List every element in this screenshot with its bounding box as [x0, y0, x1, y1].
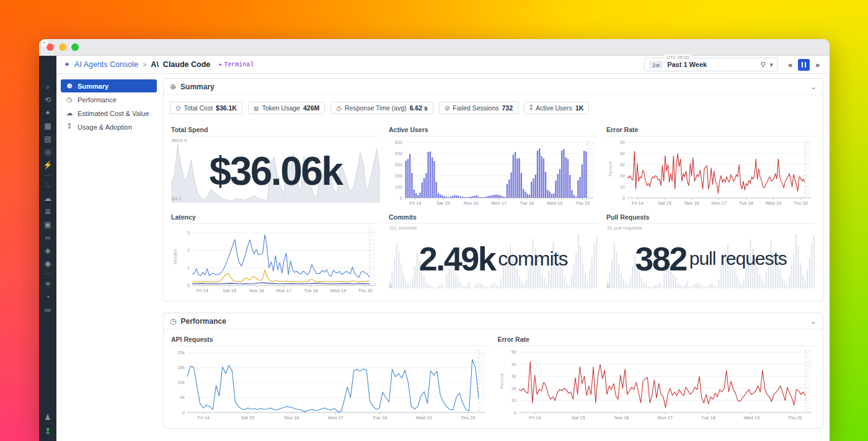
- stat-chip-token-usage: ◍Token Usage426M: [248, 102, 325, 114]
- query-value-unit: pull requests: [689, 249, 787, 268]
- summary-charts-grid: Total Spend$36.06k$654.9$4.2Active Users…: [164, 120, 823, 301]
- serverless-icon[interactable]: ☁: [44, 195, 51, 202]
- pin-icon[interactable]: ⚲: [760, 61, 765, 69]
- query-value-overlay: $36.06k: [171, 136, 380, 206]
- sidebar-item-performance[interactable]: ◷Performance: [61, 93, 157, 106]
- time-back-button[interactable]: «: [784, 59, 796, 71]
- terminal-sparkle-icon: ✦: [218, 61, 222, 68]
- svg-text:Thu 20: Thu 20: [787, 415, 802, 421]
- perf-error-rate-chart-plot[interactable]: 01020304050Fri 14Sat 15Nov 16Mon 17Tue 1…: [498, 346, 816, 421]
- collapse-chevron-icon[interactable]: ⌄: [810, 317, 817, 326]
- logs-icon[interactable]: ≣: [45, 208, 51, 215]
- api-requests-chart-plot[interactable]: 05k10k15k20kFri 14Sat 15Nov 16Mon 17Tue …: [171, 346, 489, 421]
- app-header: ✦ AI Agents Console > A\ Claude Code ✦ T…: [56, 56, 830, 74]
- minimize-window-button[interactable]: [59, 43, 66, 51]
- terminal-tag-label: Terminal: [224, 61, 254, 68]
- maximize-window-button[interactable]: [71, 43, 79, 51]
- search-icon[interactable]: ⌕: [46, 83, 50, 91]
- sidebar-item-label: Usage & Adoption: [78, 123, 132, 131]
- svg-text:Mon 17: Mon 17: [491, 200, 507, 206]
- performance-section-header[interactable]: ◷ Performance ⌄: [164, 313, 823, 329]
- summary-section-title: Summary: [180, 82, 806, 91]
- processes-icon[interactable]: ∴: [45, 182, 50, 189]
- timezone-label: UTC-05:00: [665, 55, 691, 60]
- breadcrumb: ✦ AI Agents Console > A\ Claude Code ✦ T…: [64, 60, 254, 69]
- sidebar-item-label: Summary: [78, 82, 108, 90]
- commits-chart: Commits2.49kcommits111 commits0: [389, 212, 598, 293]
- failed-icon: ⊘: [445, 105, 450, 112]
- sidebar-item-summary[interactable]: ⊕Summary: [61, 79, 157, 92]
- datadog-logo-icon[interactable]: [39, 56, 56, 73]
- time-forward-button[interactable]: »: [812, 59, 823, 71]
- commits-chart-plot[interactable]: 2.49kcommits111 commits0: [389, 224, 598, 293]
- svg-text:Wed 19: Wed 19: [547, 200, 563, 206]
- install-icon[interactable]: ↥: [45, 427, 51, 435]
- metrics-icon[interactable]: ▤: [44, 135, 51, 143]
- users-icon: ⁑: [529, 105, 533, 112]
- security-icon[interactable]: ◈: [45, 247, 50, 254]
- ci-icon[interactable]: ∞: [45, 234, 51, 241]
- synthetics-icon[interactable]: ◉: [45, 260, 51, 267]
- sidebar-item-usage-adoption[interactable]: ⁑Usage & Adoption: [61, 120, 157, 133]
- anthropic-logo-icon: A\: [151, 60, 159, 69]
- collapse-chevron-icon[interactable]: ⌄: [810, 82, 817, 91]
- bits-ai-icon[interactable]: ✦: [45, 109, 51, 117]
- rum-icon[interactable]: ▣: [44, 221, 51, 228]
- svg-text:5k: 5k: [180, 394, 185, 400]
- pause-button[interactable]: [798, 59, 810, 71]
- svg-text:50: 50: [511, 349, 516, 355]
- chevron-down-icon[interactable]: ▾: [769, 61, 773, 69]
- svg-text:20: 20: [620, 173, 625, 179]
- summary-section: ⊕ Summary ⌄ ⊙Total Cost$36.1K◍Token Usag…: [163, 78, 823, 301]
- svg-text:0: 0: [187, 283, 190, 288]
- notebooks-icon[interactable]: ≔: [44, 306, 51, 314]
- svg-text:Tue 18: Tue 18: [701, 415, 715, 421]
- svg-text:Wed 19: Wed 19: [330, 288, 346, 293]
- globe-icon: ⊕: [66, 82, 73, 90]
- svg-text:Fri 14: Fri 14: [198, 415, 210, 421]
- svg-text:Sat 15: Sat 15: [241, 415, 255, 421]
- svg-text:15k: 15k: [177, 365, 185, 370]
- events-icon[interactable]: ⚡: [43, 161, 53, 169]
- svg-text:Wed 19: Wed 19: [743, 415, 760, 421]
- org-icon[interactable]: ♟: [45, 414, 51, 421]
- svg-text:Wed 19: Wed 19: [765, 200, 781, 206]
- svg-text:Tue 18: Tue 18: [739, 200, 753, 206]
- stat-value: $36.1K: [216, 104, 237, 112]
- svg-text:Tue 18: Tue 18: [304, 288, 318, 293]
- chart-title: Total Spend: [171, 125, 380, 136]
- svg-text:10: 10: [511, 398, 516, 403]
- summary-section-header[interactable]: ⊕ Summary ⌄: [164, 79, 823, 95]
- window-titlebar: [39, 39, 830, 56]
- latency-chart-plot[interactable]: 0123Fri 14Sat 15Nov 16Mon 17Tue 18Wed 19…: [171, 224, 380, 293]
- query-value: 382: [635, 242, 686, 275]
- stat-label: Token Usage: [262, 104, 300, 112]
- playback-controls: « »: [784, 59, 823, 71]
- svg-text:Thu 20: Thu 20: [575, 200, 590, 206]
- infrastructure-icon[interactable]: ▦: [44, 122, 51, 130]
- svg-text:0: 0: [622, 195, 625, 201]
- watchdog-icon[interactable]: ◔: [45, 293, 50, 301]
- svg-text:0: 0: [400, 195, 402, 201]
- desktop-background: ⌕⟲✦▦▤◎⚡∴☁≣▣∞◈◉✳◔≔ ♟↥ ✦ AI Agents Console…: [0, 0, 868, 441]
- stat-chip-total-cost: ⊙Total Cost$36.1K: [170, 102, 242, 114]
- time-range-picker[interactable]: UTC-05:00 1w Past 1 Week ⚲ ▾: [644, 58, 778, 71]
- rail-divider: [43, 175, 52, 176]
- sidebar-item-estimated-cost-value[interactable]: ☁Estimated Cost & Value: [61, 107, 157, 120]
- svg-text:Tue 18: Tue 18: [520, 200, 534, 206]
- terminal-tag[interactable]: ✦ Terminal: [218, 61, 254, 68]
- performance-section: ◷ Performance ⌄ API Requests05k10k15k20k…: [163, 313, 823, 429]
- error-rate-chart-plot[interactable]: 01020304050Fri 14Sat 15Nov 16Mon 17Tue 1…: [606, 136, 815, 206]
- svg-text:Fri 14: Fri 14: [632, 200, 644, 206]
- active-users-chart-plot[interactable]: 0100200300400500Fri 14Sat 15Nov 16Mon 17…: [389, 136, 598, 206]
- breadcrumb-app-link[interactable]: AI Agents Console: [74, 60, 138, 69]
- total-spend-chart-plot[interactable]: $36.06k$654.9$4.2: [171, 136, 380, 206]
- sidebar-item-label: Performance: [78, 96, 117, 104]
- apm-icon[interactable]: ◎: [45, 148, 51, 156]
- error-tracking-icon[interactable]: ✳: [45, 280, 51, 288]
- active-users-chart: Active Users0100200300400500Fri 14Sat 15…: [389, 125, 598, 206]
- recents-icon[interactable]: ⟲: [45, 96, 51, 104]
- summary-stats-row: ⊙Total Cost$36.1K◍Token Usage426M◷Respon…: [164, 95, 823, 120]
- pull-requests-chart-plot[interactable]: 382pull requests31 pull requests0: [606, 224, 815, 293]
- svg-text:30: 30: [620, 162, 625, 167]
